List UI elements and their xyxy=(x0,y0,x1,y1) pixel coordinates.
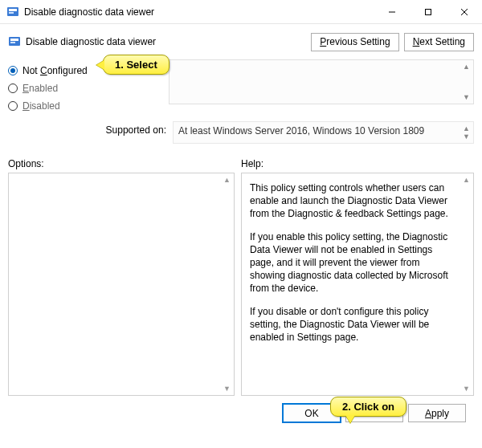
scroll-up-icon[interactable]: ▲ xyxy=(221,174,233,185)
radio-dot-icon xyxy=(8,101,18,111)
help-paragraph: This policy setting controls whether use… xyxy=(250,181,457,221)
scroll-down-icon[interactable]: ▼ xyxy=(221,383,233,394)
help-paragraph: If you enable this policy setting, the D… xyxy=(250,230,457,295)
svg-rect-1 xyxy=(9,9,17,11)
policy-icon xyxy=(8,35,21,48)
scroll-up-icon[interactable]: ▲ xyxy=(460,174,472,185)
options-pane: ▲ ▼ xyxy=(8,173,235,396)
radio-dot-icon xyxy=(8,83,18,93)
comment-textbox[interactable]: ▲ ▼ xyxy=(169,59,474,104)
minimize-button[interactable] xyxy=(374,0,410,23)
window-title: Disable diagnostic data viewer xyxy=(24,6,374,18)
scroll-down-icon[interactable]: ▼ xyxy=(460,92,472,103)
svg-rect-9 xyxy=(10,42,15,43)
scroll-down-icon[interactable]: ▼ xyxy=(460,131,472,142)
scroll-up-icon[interactable]: ▲ xyxy=(460,61,472,72)
options-label: Options: xyxy=(8,158,241,169)
radio-dot-icon xyxy=(8,66,18,75)
svg-rect-0 xyxy=(7,7,18,16)
apply-button[interactable]: Apply xyxy=(408,404,466,422)
radio-enabled[interactable]: Enabled xyxy=(8,79,169,97)
previous-setting-button[interactable]: Previous Setting xyxy=(311,33,398,51)
policy-title: Disable diagnostic data viewer xyxy=(26,36,306,47)
svg-rect-8 xyxy=(10,39,18,41)
maximize-button[interactable] xyxy=(410,0,446,23)
title-bar: Disable diagnostic data viewer xyxy=(0,0,482,24)
help-label: Help: xyxy=(241,158,474,169)
svg-rect-2 xyxy=(9,12,14,14)
annotation-select: 1. Select xyxy=(103,55,170,75)
next-setting-button[interactable]: Next Setting xyxy=(404,33,474,51)
close-button[interactable] xyxy=(446,0,482,23)
scroll-down-icon[interactable]: ▼ xyxy=(460,383,472,394)
help-pane: This policy setting controls whether use… xyxy=(241,173,474,396)
help-paragraph: If you disable or don't configure this p… xyxy=(250,305,457,344)
svg-rect-7 xyxy=(9,37,20,46)
radio-disabled[interactable]: Disabled xyxy=(8,97,169,115)
annotation-click: 2. Click on xyxy=(330,397,406,417)
app-icon xyxy=(6,6,19,18)
supported-on-label: Supported on: xyxy=(8,121,173,136)
supported-on-value: At least Windows Server 2016, Windows 10… xyxy=(173,121,474,144)
svg-rect-4 xyxy=(425,9,431,14)
